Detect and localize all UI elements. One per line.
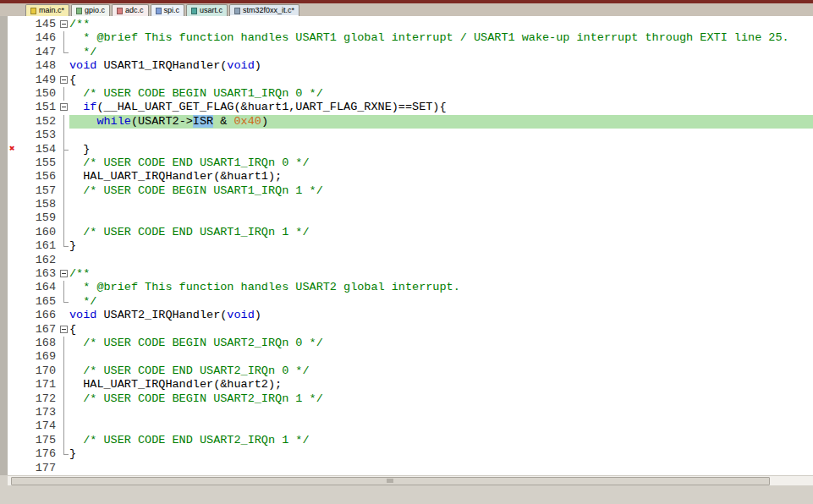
line-number[interactable]: 164 bbox=[23, 281, 58, 294]
code-text: /* USER CODE END USART1_IRQn 1 */ bbox=[69, 226, 813, 239]
marker-margin bbox=[8, 46, 23, 59]
line-number[interactable]: 150 bbox=[23, 87, 58, 101]
line-number[interactable]: 161 bbox=[23, 239, 58, 253]
tab-spi-c[interactable]: spi.c bbox=[151, 4, 185, 16]
line-number[interactable]: 160 bbox=[23, 226, 58, 239]
tab-gpio-c[interactable]: gpio.c bbox=[71, 4, 110, 16]
code-text bbox=[69, 129, 813, 142]
line-number[interactable]: 177 bbox=[23, 462, 58, 475]
fold-margin bbox=[58, 406, 69, 419]
code-line[interactable]: 172 /* USER CODE BEGIN USART2_IRQn 1 */ bbox=[8, 392, 813, 406]
code-line[interactable]: 165 */ bbox=[8, 295, 813, 309]
line-number[interactable]: 167 bbox=[23, 323, 58, 337]
code-text: /** bbox=[69, 267, 813, 281]
code-line[interactable]: 176} bbox=[8, 447, 813, 461]
code-line[interactable]: 162 bbox=[8, 254, 813, 267]
tab-label: adc.c bbox=[125, 6, 144, 15]
code-text: { bbox=[69, 323, 813, 337]
code-line[interactable]: 149{ bbox=[8, 74, 813, 87]
marker-margin: ✖ bbox=[8, 143, 23, 156]
line-number[interactable]: 176 bbox=[23, 447, 58, 461]
code-text bbox=[69, 211, 813, 225]
horizontal-scrollbar[interactable] bbox=[8, 475, 813, 485]
line-number[interactable]: 152 bbox=[23, 115, 58, 129]
marker-margin bbox=[8, 419, 23, 433]
line-number[interactable]: 162 bbox=[23, 254, 58, 267]
code-line[interactable]: 167{ bbox=[8, 323, 813, 337]
line-number[interactable]: 157 bbox=[23, 184, 58, 198]
line-number[interactable]: 155 bbox=[23, 156, 58, 170]
code-line[interactable]: 157 /* USER CODE BEGIN USART1_IRQn 1 */ bbox=[8, 184, 813, 198]
code-editor[interactable]: 145/**146 * @brief This function handles… bbox=[0, 16, 813, 475]
code-line[interactable]: 175 /* USER CODE END USART2_IRQn 1 */ bbox=[8, 434, 813, 447]
line-number[interactable]: 172 bbox=[23, 392, 58, 406]
line-number[interactable]: 163 bbox=[23, 267, 58, 281]
line-number[interactable]: 151 bbox=[23, 101, 58, 114]
line-number[interactable]: 149 bbox=[23, 74, 58, 87]
line-number[interactable]: 173 bbox=[23, 406, 58, 419]
tab-stm32f0xx-it-c[interactable]: stm32f0xx_it.c* bbox=[229, 4, 299, 16]
fold-toggle-icon[interactable] bbox=[58, 74, 69, 87]
scrollbar-thumb[interactable] bbox=[11, 477, 770, 485]
marker-margin bbox=[8, 87, 23, 101]
fold-toggle-icon[interactable] bbox=[58, 101, 69, 114]
code-text: * @brief This function handles USART1 gl… bbox=[69, 31, 813, 45]
code-line[interactable]: 152 while(USART2->ISR & 0x40) bbox=[8, 115, 813, 129]
marker-margin bbox=[8, 254, 23, 267]
code-line[interactable]: 147 */ bbox=[8, 46, 813, 59]
line-number[interactable]: 154 bbox=[23, 143, 58, 156]
code-line[interactable]: 145/** bbox=[8, 18, 813, 31]
line-number[interactable]: 170 bbox=[23, 364, 58, 378]
line-number[interactable]: 158 bbox=[23, 198, 58, 211]
code-line[interactable]: 163/** bbox=[8, 267, 813, 281]
code-line[interactable]: 171 HAL_UART_IRQHandler(&huart2); bbox=[8, 378, 813, 392]
tab-usart-c[interactable]: usart.c bbox=[186, 4, 228, 16]
code-line[interactable]: 151 if(__HAL_UART_GET_FLAG(&huart1,UART_… bbox=[8, 101, 813, 114]
code-line[interactable]: 164 * @brief This function handles USART… bbox=[8, 281, 813, 294]
code-line[interactable]: 156 HAL_UART_IRQHandler(&huart1); bbox=[8, 170, 813, 184]
line-number[interactable]: 169 bbox=[23, 350, 58, 364]
code-line[interactable]: 158 bbox=[8, 198, 813, 211]
code-line[interactable]: 153 bbox=[8, 129, 813, 142]
code-line[interactable]: 168 /* USER CODE BEGIN USART2_IRQn 0 */ bbox=[8, 337, 813, 350]
code-line[interactable]: 173 bbox=[8, 406, 813, 419]
code-line[interactable]: 177 bbox=[8, 462, 813, 475]
line-number[interactable]: 153 bbox=[23, 129, 58, 142]
code-line[interactable]: 159 bbox=[8, 211, 813, 225]
line-number[interactable]: 156 bbox=[23, 170, 58, 184]
line-number[interactable]: 175 bbox=[23, 434, 58, 447]
line-number[interactable]: 165 bbox=[23, 295, 58, 309]
fold-margin bbox=[58, 378, 69, 392]
code-line[interactable]: 169 bbox=[8, 350, 813, 364]
line-number[interactable]: 159 bbox=[23, 211, 58, 225]
code-line[interactable]: 166void USART2_IRQHandler(void) bbox=[8, 309, 813, 322]
tab-main-c[interactable]: main.c* bbox=[25, 4, 69, 16]
code-line[interactable]: 170 /* USER CODE END USART2_IRQn 0 */ bbox=[8, 364, 813, 378]
code-text bbox=[69, 198, 813, 211]
line-number[interactable]: 166 bbox=[23, 309, 58, 322]
code-line[interactable]: 161} bbox=[8, 239, 813, 253]
tab-adc-c[interactable]: adc.c bbox=[112, 4, 149, 16]
line-number[interactable]: 148 bbox=[23, 59, 58, 73]
line-number[interactable]: 145 bbox=[23, 18, 58, 31]
file-icon bbox=[234, 8, 240, 14]
code-line[interactable]: ✖154 } bbox=[8, 143, 813, 156]
tab-label: stm32f0xx_it.c* bbox=[243, 6, 294, 15]
line-number[interactable]: 147 bbox=[23, 46, 58, 59]
fold-toggle-icon[interactable] bbox=[58, 267, 69, 281]
code-line[interactable]: 146 * @brief This function handles USART… bbox=[8, 31, 813, 45]
file-icon bbox=[30, 8, 36, 14]
code-line[interactable]: 148void USART1_IRQHandler(void) bbox=[8, 59, 813, 73]
code-line[interactable]: 150 /* USER CODE BEGIN USART1_IRQn 0 */ bbox=[8, 87, 813, 101]
line-number[interactable]: 171 bbox=[23, 378, 58, 392]
tab-label: main.c* bbox=[39, 6, 64, 15]
fold-margin bbox=[58, 156, 69, 170]
code-line[interactable]: 160 /* USER CODE END USART1_IRQn 1 */ bbox=[8, 226, 813, 239]
fold-toggle-icon[interactable] bbox=[58, 18, 69, 31]
line-number[interactable]: 168 bbox=[23, 337, 58, 350]
line-number[interactable]: 174 bbox=[23, 419, 58, 433]
line-number[interactable]: 146 bbox=[23, 31, 58, 45]
fold-toggle-icon[interactable] bbox=[58, 323, 69, 337]
code-line[interactable]: 174 bbox=[8, 419, 813, 433]
code-line[interactable]: 155 /* USER CODE END USART1_IRQn 0 */ bbox=[8, 156, 813, 170]
